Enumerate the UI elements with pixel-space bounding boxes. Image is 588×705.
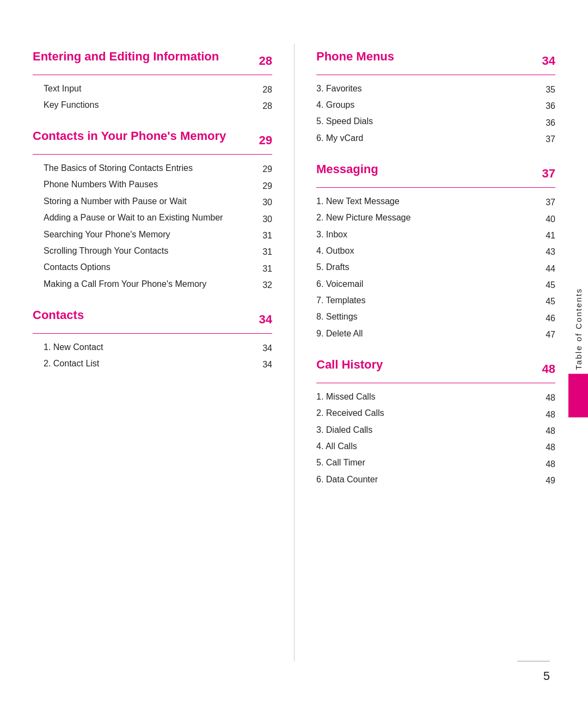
toc-item-voicemail: 6. Voicemail 45 bbox=[316, 276, 555, 292]
toc-item-key-functions: Key Functions 28 bbox=[33, 97, 272, 113]
toc-item-drafts: 5. Drafts 44 bbox=[316, 259, 555, 275]
section-header-messaging: Messaging bbox=[316, 162, 378, 177]
left-column: Entering and Editing Information 28 Text… bbox=[33, 44, 294, 661]
toc-item-data-counter: 6. Data Counter 49 bbox=[316, 471, 555, 488]
section-call-history: Call History 48 1. Missed Calls 48 2. Re… bbox=[316, 352, 555, 488]
page-number: 5 bbox=[543, 669, 550, 683]
toc-item-received-calls: 2. Received Calls 48 bbox=[316, 405, 555, 421]
section-messaging: Messaging 37 1. New Text Message 37 2. N… bbox=[316, 156, 555, 342]
toc-item-text-input: Text Input 28 bbox=[33, 81, 272, 97]
toc-item-contacts-options: Contacts Options 31 bbox=[33, 259, 272, 275]
divider-call-history bbox=[316, 383, 555, 383]
section-header-contacts-memory: Contacts in Your Phone's Memory bbox=[33, 128, 226, 144]
section-page-call-history: 48 bbox=[542, 362, 555, 376]
side-tab: Table of Contents bbox=[568, 287, 588, 418]
toc-item-call-timer: 5. Call Timer 48 bbox=[316, 455, 555, 471]
toc-item-new-contact: 1. New Contact 34 bbox=[33, 339, 272, 355]
section-header-entering: Entering and Editing Information bbox=[33, 49, 219, 65]
divider-entering bbox=[33, 75, 272, 75]
toc-item-missed-calls: 1. Missed Calls 48 bbox=[316, 389, 555, 405]
section-contacts-memory: Contacts in Your Phone's Memory 29 The B… bbox=[33, 123, 272, 292]
divider-contacts-memory bbox=[33, 154, 272, 155]
toc-item-speed-dials: 5. Speed Dials 36 bbox=[316, 113, 555, 130]
section-phone-menus: Phone Menus 34 3. Favorites 35 4. Groups… bbox=[316, 44, 555, 146]
toc-item-groups: 4. Groups 36 bbox=[316, 97, 555, 113]
section-header-contacts: Contacts bbox=[33, 308, 84, 323]
divider-contacts bbox=[33, 333, 272, 334]
bottom-line bbox=[517, 661, 550, 661]
toc-item-outbox: 4. Outbox 43 bbox=[316, 243, 555, 259]
right-column: Phone Menus 34 3. Favorites 35 4. Groups… bbox=[294, 44, 555, 661]
two-column-layout: Entering and Editing Information 28 Text… bbox=[33, 44, 555, 661]
divider-phone-menus bbox=[316, 75, 555, 75]
toc-item-basics: The Basics of Storing Contacts Entries 2… bbox=[33, 160, 272, 176]
toc-item-contact-list: 2. Contact List 34 bbox=[33, 355, 272, 372]
toc-item-delete-all: 9. Delete All 47 bbox=[316, 326, 555, 342]
toc-item-new-text-message: 1. New Text Message 37 bbox=[316, 193, 555, 210]
section-header-call-history: Call History bbox=[316, 357, 383, 373]
side-tab-label: Table of Contents bbox=[574, 287, 583, 370]
divider-messaging bbox=[316, 187, 555, 188]
section-page-messaging: 37 bbox=[542, 167, 555, 181]
toc-item-making-call: Making a Call From Your Phone's Memory 3… bbox=[33, 276, 272, 292]
section-entering-editing: Entering and Editing Information 28 Text… bbox=[33, 44, 272, 113]
toc-item-all-calls: 4. All Calls 48 bbox=[316, 438, 555, 455]
toc-item-phone-numbers-pauses: Phone Numbers With Pauses 29 bbox=[33, 176, 272, 193]
toc-item-templates: 7. Templates 45 bbox=[316, 292, 555, 309]
toc-item-scrolling: Scrolling Through Your Contacts 31 bbox=[33, 243, 272, 259]
toc-item-searching: Searching Your Phone's Memory 31 bbox=[33, 226, 272, 243]
section-header-phone-menus: Phone Menus bbox=[316, 49, 394, 65]
toc-item-dialed-calls: 3. Dialed Calls 48 bbox=[316, 422, 555, 438]
section-page-phone-menus: 34 bbox=[542, 54, 555, 68]
side-tab-block bbox=[568, 374, 588, 418]
toc-item-settings: 8. Settings 46 bbox=[316, 309, 555, 325]
toc-item-new-picture-message: 2. New Picture Message 40 bbox=[316, 210, 555, 226]
toc-item-storing-pause: Storing a Number with Pause or Wait 30 bbox=[33, 193, 272, 210]
toc-item-favorites: 3. Favorites 35 bbox=[316, 81, 555, 97]
section-page-contacts: 34 bbox=[259, 312, 272, 327]
toc-item-my-vcard: 6. My vCard 37 bbox=[316, 130, 555, 146]
toc-item-adding-pause: Adding a Pause or Wait to an Existing Nu… bbox=[33, 210, 272, 226]
section-contacts: Contacts 34 1. New Contact 34 2. Contact… bbox=[33, 302, 272, 372]
section-page-entering: 28 bbox=[259, 54, 272, 68]
section-page-contacts-memory: 29 bbox=[259, 133, 272, 148]
toc-item-inbox: 3. Inbox 41 bbox=[316, 226, 555, 243]
page: Entering and Editing Information 28 Text… bbox=[0, 0, 588, 705]
